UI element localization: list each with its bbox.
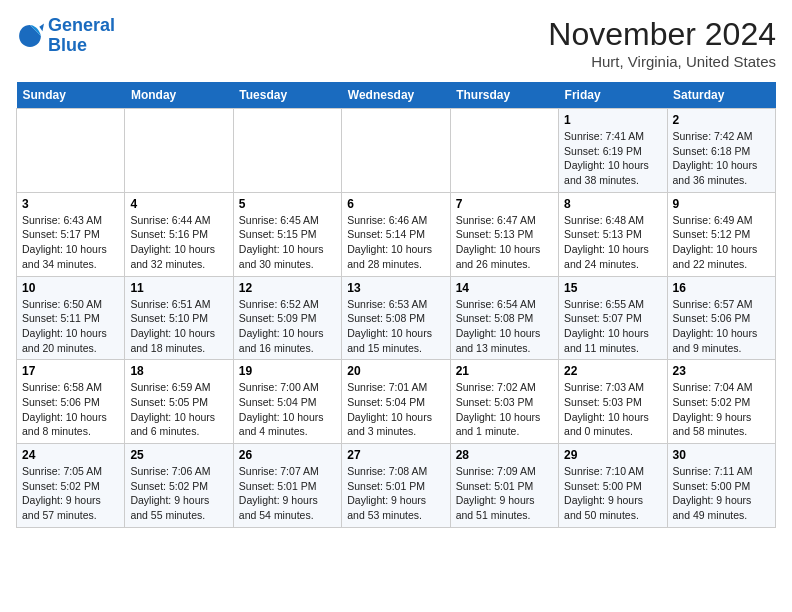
title-block: November 2024 Hurt, Virginia, United Sta…: [548, 16, 776, 70]
location-subtitle: Hurt, Virginia, United States: [548, 53, 776, 70]
day-cell: 18Sunrise: 6:59 AM Sunset: 5:05 PM Dayli…: [125, 360, 233, 444]
day-cell: 25Sunrise: 7:06 AM Sunset: 5:02 PM Dayli…: [125, 444, 233, 528]
day-cell: 8Sunrise: 6:48 AM Sunset: 5:13 PM Daylig…: [559, 192, 667, 276]
day-info: Sunrise: 6:49 AM Sunset: 5:12 PM Dayligh…: [673, 213, 770, 272]
day-info: Sunrise: 6:46 AM Sunset: 5:14 PM Dayligh…: [347, 213, 444, 272]
day-info: Sunrise: 7:02 AM Sunset: 5:03 PM Dayligh…: [456, 380, 553, 439]
day-info: Sunrise: 7:41 AM Sunset: 6:19 PM Dayligh…: [564, 129, 661, 188]
day-info: Sunrise: 7:06 AM Sunset: 5:02 PM Dayligh…: [130, 464, 227, 523]
day-info: Sunrise: 6:58 AM Sunset: 5:06 PM Dayligh…: [22, 380, 119, 439]
header-cell-wednesday: Wednesday: [342, 82, 450, 109]
day-number: 15: [564, 281, 661, 295]
day-number: 19: [239, 364, 336, 378]
day-info: Sunrise: 7:08 AM Sunset: 5:01 PM Dayligh…: [347, 464, 444, 523]
day-number: 18: [130, 364, 227, 378]
day-info: Sunrise: 6:51 AM Sunset: 5:10 PM Dayligh…: [130, 297, 227, 356]
day-info: Sunrise: 6:50 AM Sunset: 5:11 PM Dayligh…: [22, 297, 119, 356]
header-row: SundayMondayTuesdayWednesdayThursdayFrid…: [17, 82, 776, 109]
day-cell: [342, 109, 450, 193]
day-cell: 26Sunrise: 7:07 AM Sunset: 5:01 PM Dayli…: [233, 444, 341, 528]
day-cell: 19Sunrise: 7:00 AM Sunset: 5:04 PM Dayli…: [233, 360, 341, 444]
day-number: 3: [22, 197, 119, 211]
day-number: 5: [239, 197, 336, 211]
calendar-table: SundayMondayTuesdayWednesdayThursdayFrid…: [16, 82, 776, 528]
week-row-4: 17Sunrise: 6:58 AM Sunset: 5:06 PM Dayli…: [17, 360, 776, 444]
day-cell: 2Sunrise: 7:42 AM Sunset: 6:18 PM Daylig…: [667, 109, 775, 193]
day-number: 14: [456, 281, 553, 295]
day-number: 17: [22, 364, 119, 378]
day-info: Sunrise: 7:42 AM Sunset: 6:18 PM Dayligh…: [673, 129, 770, 188]
day-number: 25: [130, 448, 227, 462]
week-row-3: 10Sunrise: 6:50 AM Sunset: 5:11 PM Dayli…: [17, 276, 776, 360]
day-cell: 14Sunrise: 6:54 AM Sunset: 5:08 PM Dayli…: [450, 276, 558, 360]
day-cell: [17, 109, 125, 193]
day-cell: 23Sunrise: 7:04 AM Sunset: 5:02 PM Dayli…: [667, 360, 775, 444]
day-cell: 29Sunrise: 7:10 AM Sunset: 5:00 PM Dayli…: [559, 444, 667, 528]
day-number: 27: [347, 448, 444, 462]
day-cell: 30Sunrise: 7:11 AM Sunset: 5:00 PM Dayli…: [667, 444, 775, 528]
week-row-5: 24Sunrise: 7:05 AM Sunset: 5:02 PM Dayli…: [17, 444, 776, 528]
header-cell-sunday: Sunday: [17, 82, 125, 109]
day-cell: 10Sunrise: 6:50 AM Sunset: 5:11 PM Dayli…: [17, 276, 125, 360]
day-cell: 21Sunrise: 7:02 AM Sunset: 5:03 PM Dayli…: [450, 360, 558, 444]
day-number: 11: [130, 281, 227, 295]
day-number: 20: [347, 364, 444, 378]
logo-blue: Blue: [48, 35, 87, 55]
day-info: Sunrise: 6:44 AM Sunset: 5:16 PM Dayligh…: [130, 213, 227, 272]
day-info: Sunrise: 6:57 AM Sunset: 5:06 PM Dayligh…: [673, 297, 770, 356]
header-cell-saturday: Saturday: [667, 82, 775, 109]
day-number: 26: [239, 448, 336, 462]
day-cell: 1Sunrise: 7:41 AM Sunset: 6:19 PM Daylig…: [559, 109, 667, 193]
day-info: Sunrise: 7:04 AM Sunset: 5:02 PM Dayligh…: [673, 380, 770, 439]
logo-text: General Blue: [48, 16, 115, 56]
header: General Blue November 2024 Hurt, Virgini…: [16, 16, 776, 70]
day-cell: 6Sunrise: 6:46 AM Sunset: 5:14 PM Daylig…: [342, 192, 450, 276]
day-number: 9: [673, 197, 770, 211]
day-cell: 17Sunrise: 6:58 AM Sunset: 5:06 PM Dayli…: [17, 360, 125, 444]
day-info: Sunrise: 6:48 AM Sunset: 5:13 PM Dayligh…: [564, 213, 661, 272]
day-cell: 28Sunrise: 7:09 AM Sunset: 5:01 PM Dayli…: [450, 444, 558, 528]
day-number: 7: [456, 197, 553, 211]
day-number: 21: [456, 364, 553, 378]
day-number: 28: [456, 448, 553, 462]
day-number: 29: [564, 448, 661, 462]
day-cell: 4Sunrise: 6:44 AM Sunset: 5:16 PM Daylig…: [125, 192, 233, 276]
day-number: 6: [347, 197, 444, 211]
day-cell: [233, 109, 341, 193]
day-info: Sunrise: 6:59 AM Sunset: 5:05 PM Dayligh…: [130, 380, 227, 439]
day-number: 13: [347, 281, 444, 295]
week-row-1: 1Sunrise: 7:41 AM Sunset: 6:19 PM Daylig…: [17, 109, 776, 193]
day-number: 22: [564, 364, 661, 378]
day-number: 10: [22, 281, 119, 295]
day-info: Sunrise: 6:53 AM Sunset: 5:08 PM Dayligh…: [347, 297, 444, 356]
day-info: Sunrise: 6:47 AM Sunset: 5:13 PM Dayligh…: [456, 213, 553, 272]
day-info: Sunrise: 6:54 AM Sunset: 5:08 PM Dayligh…: [456, 297, 553, 356]
day-number: 8: [564, 197, 661, 211]
day-number: 12: [239, 281, 336, 295]
day-number: 24: [22, 448, 119, 462]
day-info: Sunrise: 7:09 AM Sunset: 5:01 PM Dayligh…: [456, 464, 553, 523]
day-number: 23: [673, 364, 770, 378]
day-info: Sunrise: 6:45 AM Sunset: 5:15 PM Dayligh…: [239, 213, 336, 272]
day-cell: [125, 109, 233, 193]
logo: General Blue: [16, 16, 115, 56]
day-cell: 22Sunrise: 7:03 AM Sunset: 5:03 PM Dayli…: [559, 360, 667, 444]
day-info: Sunrise: 7:03 AM Sunset: 5:03 PM Dayligh…: [564, 380, 661, 439]
day-cell: 11Sunrise: 6:51 AM Sunset: 5:10 PM Dayli…: [125, 276, 233, 360]
day-info: Sunrise: 7:01 AM Sunset: 5:04 PM Dayligh…: [347, 380, 444, 439]
day-cell: 27Sunrise: 7:08 AM Sunset: 5:01 PM Dayli…: [342, 444, 450, 528]
day-cell: 15Sunrise: 6:55 AM Sunset: 5:07 PM Dayli…: [559, 276, 667, 360]
day-number: 16: [673, 281, 770, 295]
svg-marker-0: [39, 23, 44, 31]
day-info: Sunrise: 6:43 AM Sunset: 5:17 PM Dayligh…: [22, 213, 119, 272]
day-info: Sunrise: 7:07 AM Sunset: 5:01 PM Dayligh…: [239, 464, 336, 523]
day-cell: 3Sunrise: 6:43 AM Sunset: 5:17 PM Daylig…: [17, 192, 125, 276]
day-cell: 12Sunrise: 6:52 AM Sunset: 5:09 PM Dayli…: [233, 276, 341, 360]
day-cell: 5Sunrise: 6:45 AM Sunset: 5:15 PM Daylig…: [233, 192, 341, 276]
day-cell: 20Sunrise: 7:01 AM Sunset: 5:04 PM Dayli…: [342, 360, 450, 444]
week-row-2: 3Sunrise: 6:43 AM Sunset: 5:17 PM Daylig…: [17, 192, 776, 276]
day-info: Sunrise: 6:55 AM Sunset: 5:07 PM Dayligh…: [564, 297, 661, 356]
logo-icon: [16, 22, 44, 50]
day-info: Sunrise: 7:05 AM Sunset: 5:02 PM Dayligh…: [22, 464, 119, 523]
day-cell: 9Sunrise: 6:49 AM Sunset: 5:12 PM Daylig…: [667, 192, 775, 276]
